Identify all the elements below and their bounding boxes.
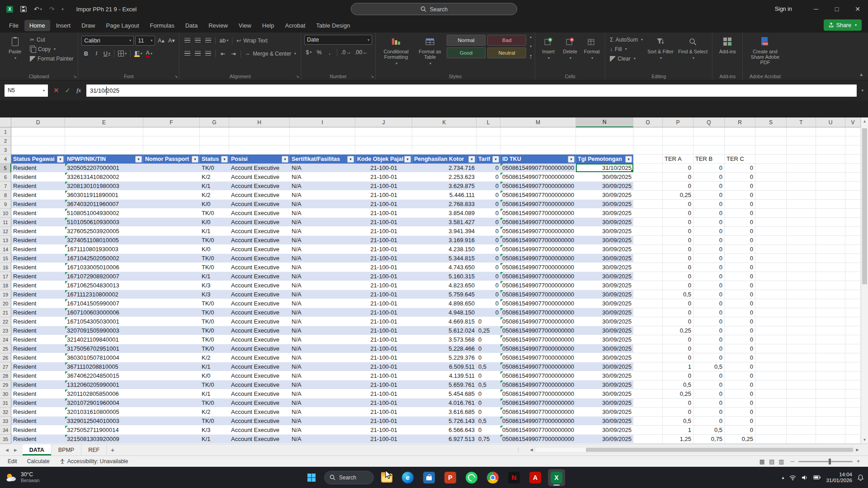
cell-O27[interactable]: [633, 362, 663, 371]
cell-T20[interactable]: [787, 299, 816, 308]
cell-K34[interactable]: 6.566.643: [412, 426, 476, 435]
cell-I16[interactable]: N/A: [290, 263, 355, 272]
cell-F1[interactable]: [143, 127, 200, 136]
cell-I24[interactable]: N/A: [290, 335, 355, 344]
cell-P35[interactable]: 1,25: [663, 435, 693, 444]
cell-S20[interactable]: [755, 299, 787, 308]
cell-N27[interactable]: 30/09/2025: [576, 362, 633, 371]
battery-icon[interactable]: [813, 475, 821, 479]
cell-G5[interactable]: TK/0: [200, 164, 229, 173]
cell-S22[interactable]: [755, 317, 787, 326]
cell-S15[interactable]: [755, 254, 787, 263]
cell-V18[interactable]: [845, 281, 861, 290]
filter-button-N4[interactable]: ▾: [625, 156, 632, 163]
cell-E15[interactable]: 1671042502050002: [65, 254, 143, 263]
cell-K4[interactable]: Penghasilan Kotor▾: [412, 155, 476, 164]
row-header-11[interactable]: 11: [0, 218, 11, 227]
cell-F17[interactable]: [143, 272, 200, 281]
cell-U16[interactable]: [816, 263, 845, 272]
cell-S7[interactable]: [755, 182, 787, 191]
cell-U27[interactable]: [816, 362, 845, 371]
cell-D16[interactable]: Resident: [11, 263, 65, 272]
cell-I12[interactable]: N/A: [290, 227, 355, 236]
cell-N31[interactable]: 30/09/2025: [576, 399, 633, 408]
cell-U35[interactable]: [816, 435, 845, 444]
cell-T29[interactable]: [787, 380, 816, 389]
cell-D30[interactable]: Resident: [11, 389, 65, 399]
cell-E35[interactable]: 3215081303920009: [65, 435, 143, 444]
cell-H32[interactable]: Account Executive: [229, 408, 290, 417]
cell-S23[interactable]: [755, 326, 787, 335]
cell-I3[interactable]: [290, 145, 355, 155]
row-header-1[interactable]: 1: [0, 127, 11, 136]
cell-N29[interactable]: 30/09/2025: [576, 380, 633, 389]
cell-M8[interactable]: 0508615499077000000000: [500, 191, 576, 200]
cell-Q4[interactable]: TER B: [693, 155, 725, 164]
scroll-down-arrow[interactable]: ▼: [861, 438, 868, 442]
scroll-up-arrow[interactable]: ▲: [861, 119, 868, 123]
cell-E2[interactable]: [65, 136, 143, 145]
add-sheet-button[interactable]: +: [107, 446, 118, 454]
cell-T25[interactable]: [787, 344, 816, 353]
cell-M21[interactable]: 0508615499077000000000: [500, 308, 576, 317]
cell-E11[interactable]: 5101050610930003: [65, 218, 143, 227]
title-search-box[interactable]: Search: [351, 3, 517, 15]
cell-I11[interactable]: N/A: [290, 218, 355, 227]
row-header-24[interactable]: 24: [0, 335, 11, 344]
cell-I23[interactable]: N/A: [290, 326, 355, 335]
cell-L11[interactable]: 0: [476, 218, 500, 227]
cell-N1[interactable]: [576, 127, 633, 136]
row-header-27[interactable]: 27: [0, 362, 11, 371]
increase-decimal-button[interactable]: .0→: [340, 48, 352, 57]
row-header-9[interactable]: 9: [0, 200, 11, 209]
cell-F19[interactable]: [143, 290, 200, 299]
cell-F22[interactable]: [143, 317, 200, 326]
cell-N21[interactable]: 30/09/2025: [576, 308, 633, 317]
cell-Q35[interactable]: 0,75: [693, 435, 725, 444]
cell-S11[interactable]: [755, 218, 787, 227]
align-left-button[interactable]: [183, 49, 192, 58]
cell-D8[interactable]: Resident: [11, 191, 65, 200]
cell-U1[interactable]: [816, 127, 845, 136]
cell-R19[interactable]: 0: [725, 290, 755, 299]
select-all-corner[interactable]: [0, 117, 11, 127]
start-button[interactable]: [303, 469, 320, 486]
cell-R6[interactable]: 0: [725, 173, 755, 182]
cell-G4[interactable]: Status▾: [200, 155, 229, 164]
cell-M25[interactable]: 0508615499077000000000: [500, 344, 576, 353]
cell-E13[interactable]: 3274051108010005: [65, 236, 143, 245]
cell-Q15[interactable]: 0: [693, 254, 725, 263]
cell-S12[interactable]: [755, 227, 787, 236]
cell-M26[interactable]: 0508615499077000000000: [500, 353, 576, 362]
cell-R12[interactable]: 0: [725, 227, 755, 236]
row-header-17[interactable]: 17: [0, 272, 11, 281]
cell-P26[interactable]: 0: [663, 353, 693, 362]
row-header-14[interactable]: 14: [0, 245, 11, 254]
cell-T10[interactable]: [787, 209, 816, 218]
row-header-5[interactable]: 5: [0, 164, 11, 173]
cell-S19[interactable]: [755, 290, 787, 299]
cell-U29[interactable]: [816, 380, 845, 389]
cell-K30[interactable]: 5.454.685: [412, 389, 476, 399]
cell-V4[interactable]: [845, 155, 861, 164]
cell-M22[interactable]: 0508615499077000000000: [500, 317, 576, 326]
column-header-G[interactable]: G: [200, 117, 229, 127]
column-header-N[interactable]: N: [576, 117, 633, 127]
cell-J23[interactable]: 21-100-01: [355, 326, 412, 335]
cell-S4[interactable]: [755, 155, 787, 164]
cell-P2[interactable]: [663, 136, 693, 145]
cell-J31[interactable]: 21-100-01: [355, 399, 412, 408]
row-header-12[interactable]: 12: [0, 227, 11, 236]
cell-N12[interactable]: 30/09/2025: [576, 227, 633, 236]
cell-D18[interactable]: Resident: [11, 281, 65, 290]
cell-H17[interactable]: Account Executive: [229, 272, 290, 281]
cell-U13[interactable]: [816, 236, 845, 245]
cell-R5[interactable]: 0: [725, 164, 755, 173]
fill-color-button[interactable]: ◧▾: [133, 49, 143, 58]
cell-T11[interactable]: [787, 218, 816, 227]
cell-L8[interactable]: 0: [476, 191, 500, 200]
cell-D6[interactable]: Resident: [11, 173, 65, 182]
cell-U25[interactable]: [816, 344, 845, 353]
netflix-taskbar-button[interactable]: [505, 469, 523, 486]
cell-D34[interactable]: Resident: [11, 426, 65, 435]
